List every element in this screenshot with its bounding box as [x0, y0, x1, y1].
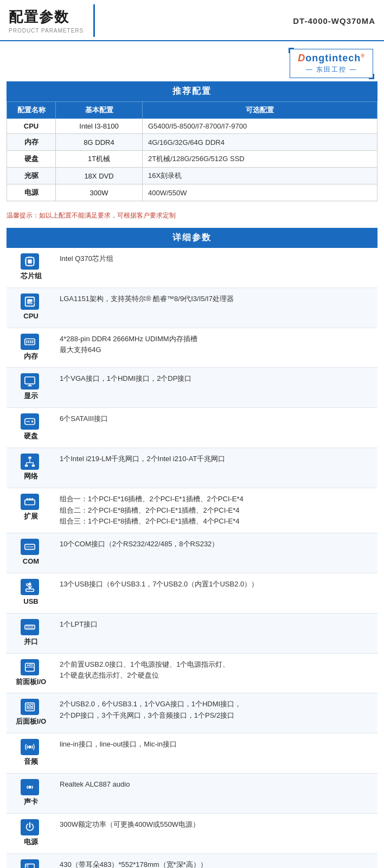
svg-rect-59 [25, 703, 35, 711]
rec-optional: G5400/I5-8500/I7-8700/I7-9700 [143, 119, 377, 134]
svg-point-26 [31, 420, 34, 423]
detail-label: 显示 [24, 391, 38, 402]
svg-rect-29 [25, 464, 28, 467]
detail-icon-cell: 并口 [7, 613, 55, 653]
rec-basic: Intel I3-8100 [56, 119, 143, 134]
svg-rect-38 [29, 498, 31, 500]
detail-label: 网络 [24, 471, 38, 482]
detail-row: 声卡 Realtek ALC887 audio [7, 773, 377, 813]
detail-row: CPU CPU LGA1151架构，支持英特尔® 酷睿™8/9代I3/I5/I7… [7, 288, 377, 328]
detail-icon-cell: 内存 [7, 328, 55, 368]
detail-row: 后面板I/O 2个USB2.0，6个USB3.1，1个VGA接口，1个HDMI接… [7, 693, 377, 733]
svg-point-46 [27, 584, 29, 586]
detail-content: Intel Q370芯片组 [55, 248, 377, 288]
rec-name: CPU [7, 119, 56, 134]
reario-icon [21, 699, 39, 715]
detail-section: 详细参数 芯片组 Intel Q370芯片组 CPU CPU LGA1151架构… [0, 228, 384, 868]
rec-basic: 1T机械 [56, 151, 143, 168]
detail-icon-cell: 机箱尺寸 [7, 853, 55, 868]
detail-label: 硬盘 [24, 431, 38, 442]
expand-icon [21, 494, 39, 510]
rec-optional: 400W/550W [143, 184, 377, 201]
detail-icon-cell: 声卡 [7, 773, 55, 813]
svg-text:CPU: CPU [28, 301, 35, 304]
detail-row: 硬盘 6个SATAIII接口 [7, 408, 377, 448]
detail-icon-cell: 前面板I/O [7, 653, 55, 693]
detail-content: LGA1151架构，支持英特尔® 酷睿™8/9代I3/I5/I7处理器 [55, 288, 377, 328]
detail-icon-cell: USB [7, 573, 55, 613]
svg-point-64 [28, 786, 31, 789]
rec-optional: 16X刻录机 [143, 168, 377, 184]
soundcard-icon [21, 779, 39, 795]
detail-content: 430（带耳朵483）*552*178mm（宽*深*高）） [55, 853, 377, 868]
detail-title: 详细参数 [7, 228, 377, 248]
warm-tip: 温馨提示：如以上配置不能满足要求，可根据客户要求定制 [0, 207, 384, 228]
detail-row: 内存 4*288-pin DDR4 2666MHz UDIMM内存插槽最大支持6… [7, 328, 377, 368]
svg-rect-1 [28, 259, 31, 263]
svg-rect-30 [32, 464, 35, 467]
frontio-icon [21, 659, 39, 675]
detail-content: 300W额定功率（可更换400W或550W电源） [55, 813, 377, 853]
detail-content: Realtek ALC887 audio [55, 773, 377, 813]
detail-icon-cell: CPU CPU [7, 288, 55, 328]
rec-basic: 18X DVD [56, 168, 143, 184]
svg-point-44 [31, 546, 32, 547]
detail-table: 芯片组 Intel Q370芯片组 CPU CPU LGA1151架构，支持英特… [7, 248, 377, 868]
network-icon [21, 454, 39, 470]
detail-icon-cell: 扩展 [7, 488, 55, 533]
detail-label: 前面板I/O [16, 676, 46, 688]
usb-icon [21, 579, 39, 595]
svg-rect-20 [30, 340, 31, 343]
table-row: 光驱 18X DVD 16X刻录机 [7, 168, 377, 184]
detail-icon-cell: 音频 [7, 733, 55, 774]
brand-name-en: Dongtintech® [298, 53, 365, 64]
detail-row: 网络 1个Intel i219-LM千兆网口，2个Intel i210-AT千兆… [7, 448, 377, 488]
svg-rect-22 [25, 377, 35, 384]
rec-name: 硬盘 [7, 151, 56, 168]
detail-row: 并口 1个LPT接口 [7, 613, 377, 653]
detail-icon-cell: 显示 [7, 368, 55, 408]
rec-basic: 8G DDR4 [56, 134, 143, 151]
svg-rect-48 [26, 589, 34, 592]
rec-optional: 2T机械/128G/256G/512G SSD [143, 151, 377, 168]
detail-content: 1个VGA接口，1个HDMI接口，2个DP接口 [55, 368, 377, 408]
audio-icon [21, 739, 39, 755]
detail-content: 4*288-pin DDR4 2666MHz UDIMM内存插槽最大支持64G [55, 328, 377, 368]
detail-content: line-in接口，line-out接口，Mic-in接口 [55, 733, 377, 774]
svg-rect-62 [27, 707, 33, 709]
rec-name: 内存 [7, 134, 56, 151]
svg-rect-39 [31, 498, 34, 500]
detail-row: 芯片组 Intel Q370芯片组 [7, 248, 377, 288]
detail-row: 显示 1个VGA接口，1个HDMI接口，2个DP接口 [7, 368, 377, 408]
svg-point-57 [27, 665, 29, 666]
detail-content: 2个前置USB2.0接口、1个电源按键、1个电源指示灯、1个硬盘状态指示灯、2个… [55, 653, 377, 693]
hdd-icon [21, 413, 39, 430]
col-optional-header: 可选配置 [143, 102, 377, 119]
cpu-icon: CPU [21, 293, 39, 310]
detail-content: 13个USB接口（6个USB3.1，7个USB2.0（内置1个USB2.0）） [55, 573, 377, 613]
model-number: DT-4000-WQ370MA [95, 4, 384, 37]
rec-basic: 300W [56, 184, 143, 201]
page-title-zh: 配置参数 [9, 8, 84, 27]
svg-rect-19 [28, 340, 29, 343]
svg-point-63 [28, 745, 31, 749]
detail-row: COM 10个COM接口（2个RS232/422/485，8个RS232） [7, 533, 377, 573]
detail-content: 6个SATAIII接口 [55, 408, 377, 448]
detail-label: 并口 [24, 636, 38, 648]
detail-row: 音频 line-in接口，line-out接口，Mic-in接口 [7, 733, 377, 774]
detail-icon-cell: 网络 [7, 448, 55, 488]
detail-label: USB [23, 596, 38, 608]
rec-name: 光驱 [7, 168, 56, 184]
detail-row: 扩展 组合一：1个PCI-E*16插槽、2个PCI-E*1插槽、2个PCI-E*… [7, 488, 377, 533]
detail-row: 电源 300W额定功率（可更换400W或550W电源） [7, 813, 377, 853]
detail-label: 声卡 [24, 796, 38, 808]
svg-rect-61 [30, 705, 33, 707]
detail-content: 组合一：1个PCI-E*16插槽、2个PCI-E*1插槽、2个PCI-E*4组合… [55, 488, 377, 533]
rec-name: 电源 [7, 184, 56, 201]
detail-row: 前面板I/O 2个前置USB2.0接口、1个电源按键、1个电源指示灯、1个硬盘状… [7, 653, 377, 693]
detail-label: 芯片组 [21, 271, 42, 282]
detail-label: 电源 [24, 837, 38, 848]
chassis-icon [21, 859, 39, 868]
detail-label: 内存 [24, 351, 38, 362]
brand-name-zh: — 东田工控 — [306, 65, 357, 74]
